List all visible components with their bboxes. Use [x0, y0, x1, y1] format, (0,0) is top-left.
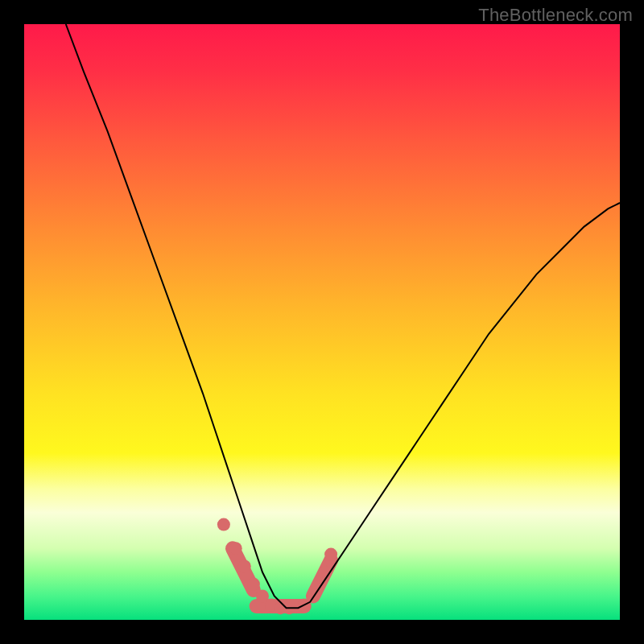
valley-marker-dot: [324, 548, 337, 561]
watermark-label: TheBottleneck.com: [478, 5, 633, 26]
plot-area: [24, 24, 620, 620]
valley-marker-dot: [229, 542, 242, 555]
valley-marker-dot: [238, 559, 251, 572]
valley-marker-dot: [217, 518, 230, 531]
bottleneck-curve: [66, 24, 620, 608]
chart-frame: TheBottleneck.com: [0, 0, 644, 644]
valley-marker-dot: [247, 578, 260, 591]
curve-overlay: [24, 24, 620, 620]
